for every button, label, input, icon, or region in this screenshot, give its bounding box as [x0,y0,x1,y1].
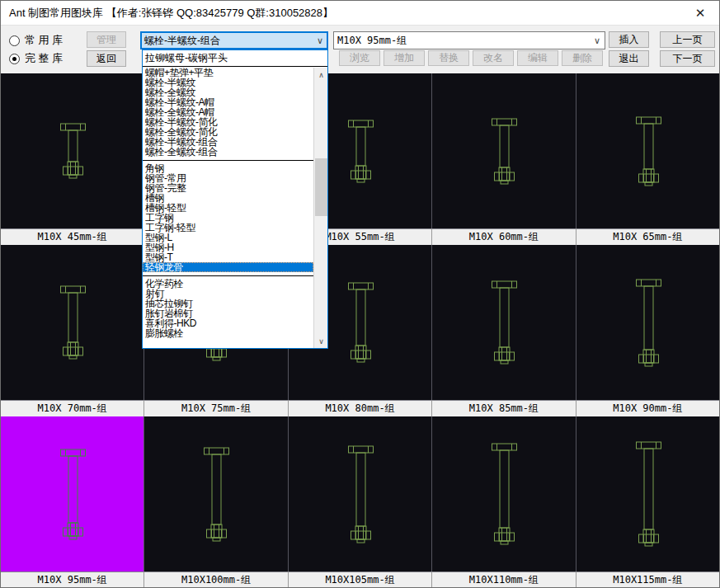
dropdown-option[interactable]: 型钢-L [143,233,313,242]
block-tile-label: M10X 70mm-组 [1,400,144,416]
dropdown-options-container: 螺帽+垫弹+平垫螺栓-半螺纹螺栓-全螺纹螺栓-半螺纹-A帽螺栓-全螺纹-A帽螺栓… [143,68,313,348]
block-tile-label: M10X115mm-组 [576,572,719,588]
dropdown-option[interactable]: 螺帽+垫弹+平垫 [143,68,313,78]
dropdown-option[interactable]: 型钢-T [143,252,313,262]
bolt-drawing [1,416,144,572]
bolt-drawing [289,416,432,572]
dropdown-option[interactable]: 角钢 [143,163,313,173]
block-tile-label: M10X 80mm-组 [289,400,432,416]
app-window: Ant 制图常用图块库 【作者:张铎铧 QQ:83425779 Q群:31005… [0,0,720,588]
block-tile-label: M10X110mm-组 [432,572,576,588]
block-tile[interactable] [432,245,576,400]
block-tile[interactable] [576,245,719,400]
dropdown-scrollbar[interactable]: ∧ ∨ [313,68,327,348]
dropdown-option[interactable]: 工字钢-轻型 [143,223,313,233]
block-tile[interactable] [576,73,719,228]
dropdown-option[interactable]: 螺栓-全螺纹-简化 [143,127,313,137]
dropdown-option[interactable]: 型钢-H [143,242,313,252]
block-tile-label: M10X 90mm-组 [576,400,719,416]
dropdown-option[interactable]: 槽钢-轻型 [143,203,313,213]
block-tile-label: M10X 65mm-组 [576,228,719,245]
scroll-up-icon[interactable]: ∧ [314,68,328,82]
block-combobox[interactable]: M10X 95mm-组 ∨ [333,31,605,49]
dropdown-option[interactable]: 钢管-完整 [143,183,313,193]
prev-page-button[interactable]: 上一页 [660,31,715,48]
dropdown-option[interactable]: 轻钢龙骨 [143,262,313,272]
scrollbar-thumb[interactable] [315,158,327,216]
edit-button[interactable]: 编辑 [517,50,558,66]
close-button[interactable]: ✕ [681,1,719,25]
block-tile-label: M10X105mm-组 [289,572,432,588]
block-tile-label: M10X 95mm-组 [1,572,144,588]
dropdown-option[interactable]: 胀钉岩棉钉 [143,308,313,318]
add-button[interactable]: 增加 [384,50,425,66]
block-grid: M10X 45mm-组M10X 55mm-组M10X 60mm-组M10X 65… [1,73,719,588]
block-tile-label: M10X100mm-组 [144,572,288,588]
block-tile[interactable] [1,245,144,400]
titlebar: Ant 制图常用图块库 【作者:张铎铧 QQ:83425779 Q群:31005… [1,1,719,26]
scroll-down-icon[interactable]: ∨ [314,334,328,348]
dropdown-option[interactable]: 螺栓-半螺纹 [143,78,313,87]
chevron-down-icon: ∨ [590,35,605,46]
dropdown-option[interactable]: 螺栓-半螺纹-A帽 [143,97,313,107]
radio-full-label: 完 整 库 [25,51,63,66]
dropdown-option[interactable]: 射钉 [143,289,313,299]
block-tile-label: M10X 60mm-组 [432,228,576,245]
block-tile[interactable] [144,416,288,572]
block-tile[interactable] [432,73,576,228]
dropdown-option[interactable]: 膨胀螺栓 [143,328,313,338]
close-icon: ✕ [695,6,706,21]
radio-common-library[interactable]: 常 用 库 [9,33,63,48]
bolt-drawing [432,73,576,228]
bolt-drawing [1,245,144,400]
radio-full-library[interactable]: 完 整 库 [9,51,63,66]
bolt-drawing [432,416,576,572]
dropdown-option[interactable]: 螺栓-半螺纹-简化 [143,117,313,127]
bolt-drawing [576,416,719,572]
window-title: Ant 制图常用图块库 【作者:张铎铧 QQ:83425779 Q群:31005… [1,6,333,21]
bolt-drawing [576,73,719,228]
radio-common-label: 常 用 库 [25,33,63,48]
rename-button[interactable]: 改名 [473,50,514,66]
block-tile[interactable] [432,416,576,572]
block-tile[interactable] [1,416,144,572]
dropdown-option[interactable]: 化学药栓 [143,279,313,289]
chevron-down-icon: ∨ [313,35,327,46]
block-tile[interactable] [289,416,432,572]
dropdown-separator [143,275,313,276]
dropdown-option[interactable]: 抽芯拉铆钉 [143,299,313,308]
radio-common-icon [9,35,20,46]
radio-full-icon [9,54,20,64]
bolt-drawing [144,416,288,572]
manage-button[interactable]: 管理 [87,31,126,48]
block-tile[interactable] [1,73,144,228]
dropdown-option[interactable]: 螺栓-全螺纹 [143,87,313,97]
dropdown-option[interactable]: 工字钢 [143,213,313,223]
block-tile[interactable] [576,416,719,572]
replace-button[interactable]: 替换 [428,50,469,66]
dropdown-option[interactable]: 喜利得-HKD [143,318,313,328]
block-tile-label: M10X 85mm-组 [432,400,576,416]
dropdown-option[interactable]: 槽钢 [143,193,313,203]
exit-button[interactable]: 退出 [609,50,649,67]
category-combobox[interactable]: 螺栓-半螺纹-组合 ∨ [140,31,328,49]
toolbar: 常 用 库 完 整 库 管理 返回 螺栓-半螺纹-组合 ∨ M10X 95mm-… [1,26,719,73]
dropdown-option[interactable]: 螺栓-半螺纹-组合 [143,137,313,147]
category-combobox-value: 螺栓-半螺纹-组合 [141,34,313,48]
insert-button[interactable]: 插入 [609,31,649,48]
bolt-drawing [576,245,719,400]
dropdown-option[interactable]: 螺栓-全螺纹-A帽 [143,107,313,117]
dropdown-option[interactable]: 螺栓-全螺纹-组合 [143,147,313,157]
dropdown-option[interactable]: 拉铆螺母-碳钢平头 [143,50,327,67]
next-page-button[interactable]: 下一页 [660,50,715,67]
bolt-drawing [1,73,144,228]
delete-button[interactable]: 删除 [562,50,603,66]
bolt-drawing [432,245,576,400]
block-tile-label: M10X 45mm-组 [1,228,144,245]
category-dropdown-list: 拉铆螺母-碳钢平头 螺帽+垫弹+平垫螺栓-半螺纹螺栓-全螺纹螺栓-半螺纹-A帽螺… [142,49,328,349]
browse-button[interactable]: 浏览 [339,50,380,66]
block-tile-label: M10X 75mm-组 [144,400,288,416]
back-button[interactable]: 返回 [87,50,126,67]
block-combobox-value: M10X 95mm-组 [334,34,590,48]
dropdown-option[interactable]: 钢管-常用 [143,173,313,183]
